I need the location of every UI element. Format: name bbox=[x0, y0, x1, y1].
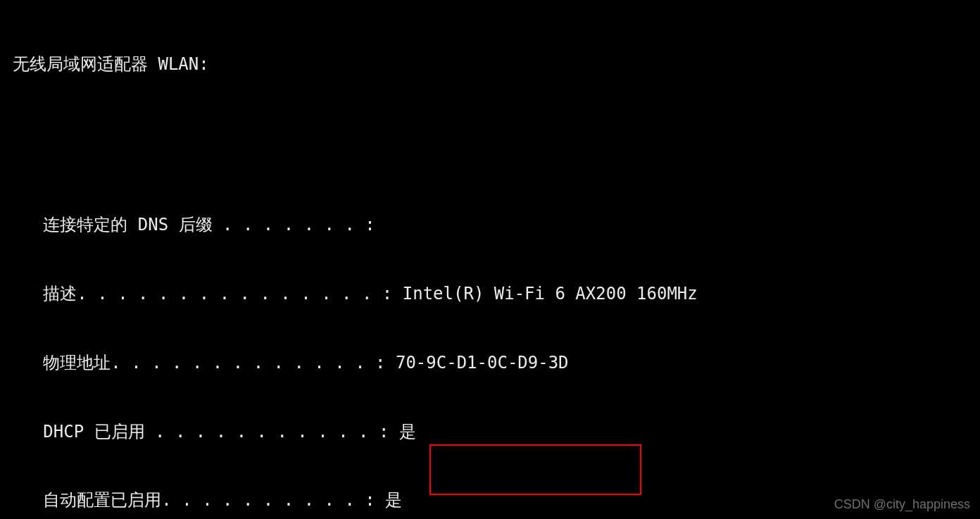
dns-highlight-box bbox=[429, 444, 641, 495]
row-description: 描述. . . . . . . . . . . . . . . : Intel(… bbox=[13, 282, 980, 306]
value: 是 bbox=[389, 420, 415, 444]
label: 物理地址. . . . . . . . . . . . . : bbox=[13, 351, 385, 375]
value: Intel(R) Wi-Fi 6 AX200 160MHz bbox=[392, 282, 697, 306]
title-text: 无线局域网适配器 WLAN: bbox=[13, 53, 209, 76]
label: 连接特定的 DNS 后缀 . . . . . . . : bbox=[13, 213, 375, 237]
terminal-output: 无线局域网适配器 WLAN: 连接特定的 DNS 后缀 . . . . . . … bbox=[0, 0, 980, 519]
value: 是 bbox=[375, 489, 402, 512]
adapter-title: 无线局域网适配器 WLAN: bbox=[13, 53, 980, 76]
row-dns-suffix: 连接特定的 DNS 后缀 . . . . . . . : bbox=[13, 213, 980, 237]
label: DHCP 已启用 . . . . . . . . . . . : bbox=[13, 420, 389, 444]
blank-line bbox=[13, 122, 980, 145]
label: 自动配置已启用. . . . . . . . . . : bbox=[13, 489, 375, 512]
value: 70-9C-D1-0C-D9-3D bbox=[385, 351, 568, 375]
row-dhcp-enabled: DHCP 已启用 . . . . . . . . . . . : 是 bbox=[13, 420, 980, 444]
row-autoconfig-enabled: 自动配置已启用. . . . . . . . . . : 是 bbox=[13, 489, 980, 512]
row-physical-address: 物理地址. . . . . . . . . . . . . : 70-9C-D1… bbox=[13, 351, 980, 375]
label: 描述. . . . . . . . . . . . . . . : bbox=[13, 282, 392, 306]
